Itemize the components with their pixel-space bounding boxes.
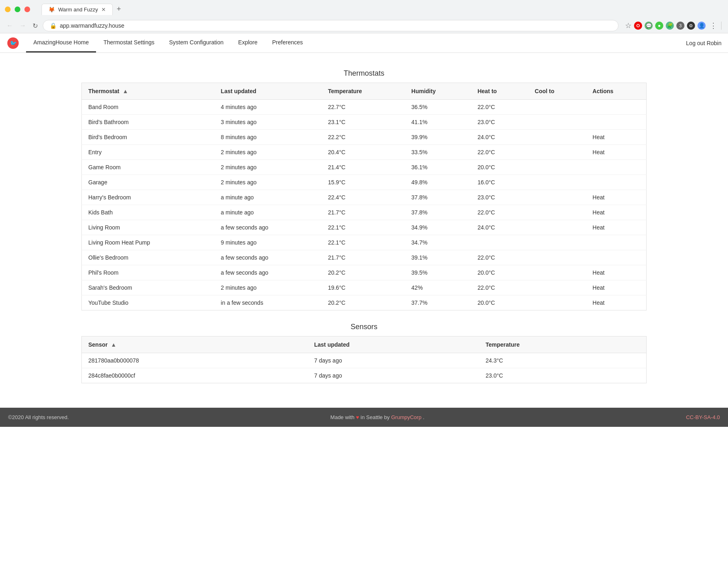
forward-button[interactable]: → (18, 20, 28, 31)
thermostat-name: Game Room (82, 160, 214, 175)
nav-system-config[interactable]: System Configuration (162, 33, 231, 52)
nav-home[interactable]: AmazingHouse Home (26, 33, 96, 52)
thermostat-name: Entry (82, 145, 214, 160)
ext-opera[interactable]: O (634, 22, 642, 30)
window-controls[interactable] (5, 7, 30, 12)
thermostat-cool-to (528, 280, 586, 295)
close-button[interactable] (24, 7, 30, 12)
nav-right: Log out Robin (686, 34, 721, 52)
list-item: 284c8fae0b0000cf 7 days ago 23.0°C (82, 368, 647, 383)
menu-icon[interactable]: ⋮ (710, 21, 717, 30)
thermostat-actions[interactable]: Heat (586, 145, 646, 160)
thermostat-cool-to (528, 235, 586, 250)
thermostat-actions[interactable]: Heat (586, 205, 646, 220)
thermostat-actions[interactable]: Heat (586, 265, 646, 280)
address-bar[interactable]: 🔒 app.warmandfuzzy.house (43, 20, 619, 31)
ext-green[interactable]: ● (655, 22, 663, 30)
browser-chrome: 🦊 Warm and Fuzzy ✕ + ← → ↻ 🔒 app.warmand… (0, 0, 728, 33)
ext-puzzle[interactable]: 🧩 (666, 22, 674, 30)
heart-icon: ♥ (356, 414, 359, 420)
sensors-table-header: Sensor ▲ Last updated Temperature (82, 336, 647, 353)
col-thermostat[interactable]: Thermostat ▲ (82, 83, 214, 100)
sensor-temperature: 23.0°C (479, 368, 646, 383)
thermostat-last-updated: a minute ago (214, 205, 321, 220)
col-cool-to: Cool to (528, 83, 586, 100)
sensor-temperature: 24.3°C (479, 353, 646, 368)
thermostat-last-updated: 8 minutes ago (214, 130, 321, 145)
sensor-name: 284c8fae0b0000cf (82, 368, 308, 383)
list-item: 281780aa0b000078 7 days ago 24.3°C (82, 353, 647, 368)
app-nav: 🐦 AmazingHouse Home Thermostat Settings … (0, 33, 728, 53)
thermostat-last-updated: in a few seconds (214, 295, 321, 310)
ext-user[interactable]: 👤 (697, 22, 706, 30)
table-row: Living Room Heat Pump 9 minutes ago 22.1… (82, 235, 647, 250)
thermostat-cool-to (528, 100, 586, 115)
thermostat-temperature: 23.1°C (321, 115, 405, 130)
thermostat-actions[interactable]: Heat (586, 280, 646, 295)
maximize-button[interactable] (15, 7, 20, 12)
thermostat-temperature: 20.2°C (321, 295, 405, 310)
nav-preferences[interactable]: Preferences (265, 33, 310, 52)
thermostat-heat-to: 23.0°C (471, 190, 528, 205)
nav-thermostat-settings[interactable]: Thermostat Settings (96, 33, 162, 52)
svg-text:🐦: 🐦 (10, 40, 17, 47)
thermostat-actions[interactable]: Heat (586, 130, 646, 145)
sort-icon: ▲ (122, 88, 128, 94)
sensor-last-updated: 7 days ago (308, 353, 479, 368)
col-last-updated: Last updated (214, 83, 321, 100)
thermostat-name: Garage (82, 175, 214, 190)
footer-period: . (423, 414, 424, 420)
star-icon[interactable]: ☆ (625, 21, 632, 30)
made-with-text: Made with (330, 414, 354, 420)
thermostat-name: Band Room (82, 100, 214, 115)
thermostat-temperature: 21.7°C (321, 250, 405, 265)
thermostat-heat-to: 23.0°C (471, 115, 528, 130)
thermostat-heat-to: 22.0°C (471, 145, 528, 160)
reload-button[interactable]: ↻ (31, 20, 39, 31)
company-link[interactable]: GrumpyCorp (391, 414, 421, 420)
ext-dark[interactable]: ⚙ (687, 22, 695, 30)
thermostat-name: Living Room (82, 220, 214, 235)
tab-close-icon[interactable]: ✕ (101, 7, 106, 13)
thermostat-humidity: 41.1% (405, 115, 471, 130)
ext-tag[interactable]: 3 (676, 22, 684, 30)
thermostat-actions (586, 250, 646, 265)
logout-button[interactable]: Log out Robin (686, 34, 721, 52)
thermostat-actions[interactable]: Heat (586, 190, 646, 205)
thermostat-last-updated: a minute ago (214, 190, 321, 205)
col-humidity: Humidity (405, 83, 471, 100)
footer-center: Made with ♥ in Seattle by GrumpyCorp . (330, 414, 424, 420)
thermostat-actions[interactable]: Heat (586, 295, 646, 310)
ext-chat[interactable]: 💬 (645, 22, 653, 30)
sensor-sort-icon: ▲ (111, 341, 116, 348)
active-tab[interactable]: 🦊 Warm and Fuzzy ✕ (42, 4, 113, 15)
new-tab-button[interactable]: + (114, 3, 125, 15)
thermostat-heat-to: 20.0°C (471, 265, 528, 280)
thermostat-temperature: 20.4°C (321, 145, 405, 160)
table-row: Game Room 2 minutes ago 21.4°C 36.1% 20.… (82, 160, 647, 175)
sensor-col-sensor[interactable]: Sensor ▲ (82, 336, 308, 353)
in-seattle-text: in Seattle by (361, 414, 390, 420)
thermostat-last-updated: 2 minutes ago (214, 160, 321, 175)
table-row: Bird's Bathroom 3 minutes ago 23.1°C 41.… (82, 115, 647, 130)
minimize-button[interactable] (5, 7, 11, 12)
thermostat-actions[interactable]: Heat (586, 220, 646, 235)
thermostat-last-updated: a few seconds ago (214, 265, 321, 280)
thermostat-cool-to (528, 145, 586, 160)
footer-license[interactable]: CC-BY-SA-4.0 (686, 414, 720, 420)
thermostat-temperature: 19.6°C (321, 280, 405, 295)
sensors-title: Sensors (81, 323, 647, 331)
nav-explore[interactable]: Explore (231, 33, 265, 52)
address-bar-row: ← → ↻ 🔒 app.warmandfuzzy.house ☆ O 💬 ● 🧩… (0, 18, 728, 33)
thermostat-cool-to (528, 160, 586, 175)
table-row: Entry 2 minutes ago 20.4°C 33.5% 22.0°C … (82, 145, 647, 160)
back-button[interactable]: ← (5, 20, 15, 31)
thermostat-actions (586, 115, 646, 130)
thermostat-humidity: 37.8% (405, 190, 471, 205)
thermostat-temperature: 21.4°C (321, 160, 405, 175)
thermostat-name: Harry's Bedroom (82, 190, 214, 205)
thermostat-last-updated: 2 minutes ago (214, 280, 321, 295)
extension-icons: ☆ O 💬 ● 🧩 3 ⚙ 👤 ⋮ (625, 21, 723, 30)
thermostat-cool-to (528, 250, 586, 265)
thermostat-actions (586, 235, 646, 250)
